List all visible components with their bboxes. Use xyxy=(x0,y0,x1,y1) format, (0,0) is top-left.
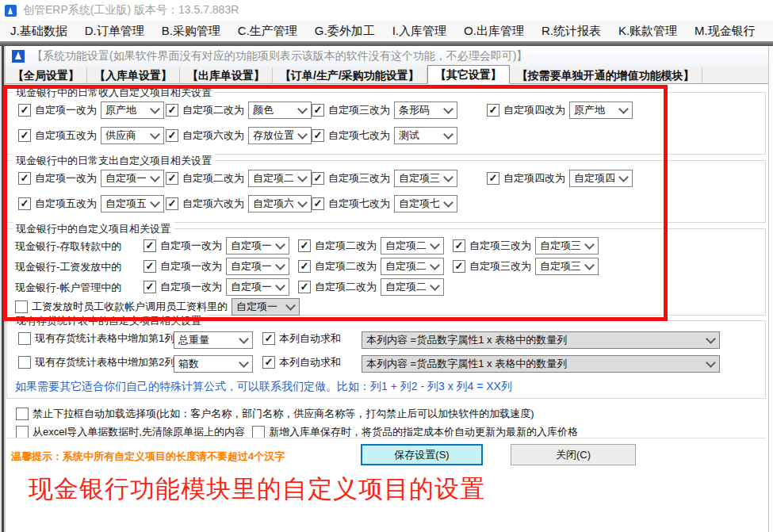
salary-account-source-checkbox[interactable]: ✓ xyxy=(15,300,28,313)
expense-field-3-select[interactable]: 自定项三 xyxy=(394,170,457,187)
account-field-1-checkbox[interactable]: ✓ xyxy=(144,281,156,293)
tab-order-production-purchase-settings[interactable]: 【订单/生产/采购功能设置】 xyxy=(273,67,427,83)
stock-col2-checkbox[interactable]: ✓ xyxy=(18,356,31,369)
salarypay-field-2-select[interactable]: 自定项二 xyxy=(381,258,444,275)
menu-inbound[interactable]: I.入库管理 xyxy=(384,24,455,39)
expense-field-5-select[interactable]: 自定项五 xyxy=(101,195,164,212)
menu-base-data[interactable]: J.基础数据 xyxy=(2,24,76,39)
group-title: 现金银行中的自定义项目相关设置 xyxy=(13,222,174,236)
transfer-field-2: ✓ 自定项二改为 自定项二 xyxy=(298,237,444,255)
income-field-6-checkbox[interactable]: ✓ xyxy=(166,129,178,142)
expense-field-3-checkbox[interactable]: ✓ xyxy=(312,172,324,185)
salarypay-field-1-select[interactable]: 自定项一 xyxy=(226,258,289,275)
stock-col1-autosum: ✓ 本列自动求和 xyxy=(262,331,341,346)
expense-field-4-checkbox[interactable]: ✓ xyxy=(487,172,499,185)
menu-cash-bank[interactable]: M.现金银行 xyxy=(686,24,764,39)
close-button[interactable]: 关闭(C) xyxy=(511,444,636,465)
income-field-7-checkbox[interactable]: ✓ xyxy=(312,129,324,142)
expense-field-3-label: 自定项三改为 xyxy=(328,171,390,186)
stock-col1-formula: 本列内容 =货品数字属性1 x 表格中的数量列 xyxy=(362,331,720,349)
stock-col1-value: 总重量 xyxy=(174,331,253,349)
income-field-2-select[interactable]: 颜色 xyxy=(248,101,312,119)
warm-tip-text: 温馨提示：系统中所有自定义项目的长度请不要超过4个汉字 xyxy=(11,450,285,464)
expense-field-4-select[interactable]: 自定项四 xyxy=(569,170,633,187)
expense-field-2-checkbox[interactable]: ✓ xyxy=(166,172,178,185)
expense-field-1-checkbox[interactable]: ✓ xyxy=(18,172,31,185)
salarypay-field-1-checkbox[interactable]: ✓ xyxy=(144,260,156,273)
expense-field-4-label: 自定项四改为 xyxy=(503,171,565,186)
menu-reports[interactable]: R.统计报表 xyxy=(533,24,610,39)
chevron-down-icon xyxy=(430,239,440,250)
transfer-field-1-select[interactable]: 自定项一 xyxy=(226,237,289,255)
income-field-2-checkbox[interactable]: ✓ xyxy=(166,104,178,117)
income-field-6-select[interactable]: 存放位置 xyxy=(248,127,312,144)
expense-field-2: ✓ 自定项二改为 自定项二 xyxy=(166,170,312,187)
menu-production[interactable]: C.生产管理 xyxy=(229,24,306,39)
income-field-3-label: 自定项三改为 xyxy=(328,103,390,117)
income-field-7-label: 自定项七改为 xyxy=(328,128,390,143)
expense-custom-fields-group: 现金银行中的日常支出自定义项目相关设置 ✓ 自定项一改为 自定项一 ✓ 自定项二… xyxy=(6,160,766,223)
stock-col2-formula-select[interactable]: 本列内容 =货品数字属性1 x 表格中的数量列 xyxy=(362,355,720,373)
chevron-down-icon xyxy=(297,104,308,114)
income-field-5-select[interactable]: 供应商 xyxy=(101,127,164,144)
expense-field-5-checkbox[interactable]: ✓ xyxy=(18,197,31,210)
expense-field-6-checkbox[interactable]: ✓ xyxy=(166,197,178,210)
transfer-field-1-checkbox[interactable]: ✓ xyxy=(144,239,156,252)
income-field-4-checkbox[interactable]: ✓ xyxy=(487,104,499,117)
menu-purchasing[interactable]: B.采购管理 xyxy=(153,24,229,39)
expense-field-7-select[interactable]: 自定项七 xyxy=(394,195,457,212)
income-field-4-select[interactable]: 原产地 xyxy=(569,101,633,119)
expense-field-2-select[interactable]: 自定项二 xyxy=(248,170,312,187)
chevron-down-icon xyxy=(706,334,716,344)
expense-field-1-select[interactable]: 自定项一 xyxy=(101,170,164,187)
expense-field-7-checkbox[interactable]: ✓ xyxy=(312,197,324,210)
menu-outsourcing[interactable]: G.委外加工 xyxy=(306,24,384,39)
salarypay-field-2-checkbox[interactable]: ✓ xyxy=(298,260,311,273)
field-label: 自定项一改为 xyxy=(160,239,222,253)
salary-account-source-select[interactable]: 自定项一 xyxy=(232,298,300,316)
save-settings-button[interactable]: 保存设置(S) xyxy=(361,444,483,465)
update-cost-checkbox[interactable]: ✓ xyxy=(252,426,265,438)
account-field-2-checkbox[interactable]: ✓ xyxy=(298,281,311,293)
expense-field-6-select[interactable]: 自定项六 xyxy=(248,195,312,212)
window-title: 创管ERP系统(工业版) 版本号：13.5.7.883R xyxy=(23,3,239,17)
menu-outbound[interactable]: O.出库管理 xyxy=(455,24,533,39)
transfer-field-3-select[interactable]: 自定项三 xyxy=(535,237,599,255)
income-field-5-checkbox[interactable]: ✓ xyxy=(18,129,31,142)
tab-global-settings[interactable]: 【全局设置】 xyxy=(6,67,87,83)
tab-addon-modules[interactable]: 【按需要单独开通的增值功能模块】 xyxy=(510,67,702,83)
account-field-2-select[interactable]: 自定项二 xyxy=(381,278,444,296)
menu-orders[interactable]: D.订单管理 xyxy=(76,24,153,39)
stock-col1-formula-select[interactable]: 本列内容 =货品数字属性1 x 表格中的数量列 xyxy=(362,331,720,349)
stock-col2-autosum: ✓ 本列自动求和 xyxy=(262,355,341,369)
disable-autoload-checkbox[interactable]: ✓ xyxy=(16,408,29,420)
tab-outbound-settings[interactable]: 【出库单设置】 xyxy=(180,67,273,83)
mdi-frame-right xyxy=(768,46,769,532)
income-field-3-checkbox[interactable]: ✓ xyxy=(312,104,324,117)
income-field-1-select[interactable]: 原产地 xyxy=(101,101,164,119)
expense-field-7: ✓ 自定项七改为 自定项七 xyxy=(312,195,457,212)
income-field-7-select[interactable]: 测试 xyxy=(394,127,457,144)
chevron-down-icon xyxy=(297,129,308,140)
stock-col2-select[interactable]: 箱数 xyxy=(174,355,253,373)
excel-clear-checkbox[interactable]: ✓ xyxy=(16,426,29,438)
stock-col1-select[interactable]: 总重量 xyxy=(174,331,253,349)
account-field-1-select[interactable]: 自定项一 xyxy=(226,278,289,296)
transfer-field-3-checkbox[interactable]: ✓ xyxy=(453,239,465,252)
menu-accounts[interactable]: K.账款管理 xyxy=(610,24,686,39)
salarypay-field-3-select[interactable]: 自定项三 xyxy=(535,258,599,275)
transfer-field-2-checkbox[interactable]: ✓ xyxy=(298,239,311,252)
salarypay-field-3-checkbox[interactable]: ✓ xyxy=(453,260,465,273)
income-field-1-checkbox[interactable]: ✓ xyxy=(18,104,31,117)
chevron-down-icon xyxy=(618,172,629,182)
chevron-down-icon xyxy=(275,239,285,250)
chevron-down-icon xyxy=(584,239,595,250)
transfer-field-2-select[interactable]: 自定项二 xyxy=(381,237,444,255)
income-field-3-select[interactable]: 条形码 xyxy=(394,101,457,119)
stock-col1-autosum-checkbox[interactable]: ✓ xyxy=(262,332,275,345)
stock-col2-value: 箱数 xyxy=(174,355,253,373)
tab-inbound-settings[interactable]: 【入库单设置】 xyxy=(87,67,180,83)
stock-col1-checkbox[interactable]: ✓ xyxy=(18,332,31,345)
tab-other-settings[interactable]: 【其它设置】 xyxy=(427,65,510,84)
stock-col2-autosum-checkbox[interactable]: ✓ xyxy=(262,356,275,369)
